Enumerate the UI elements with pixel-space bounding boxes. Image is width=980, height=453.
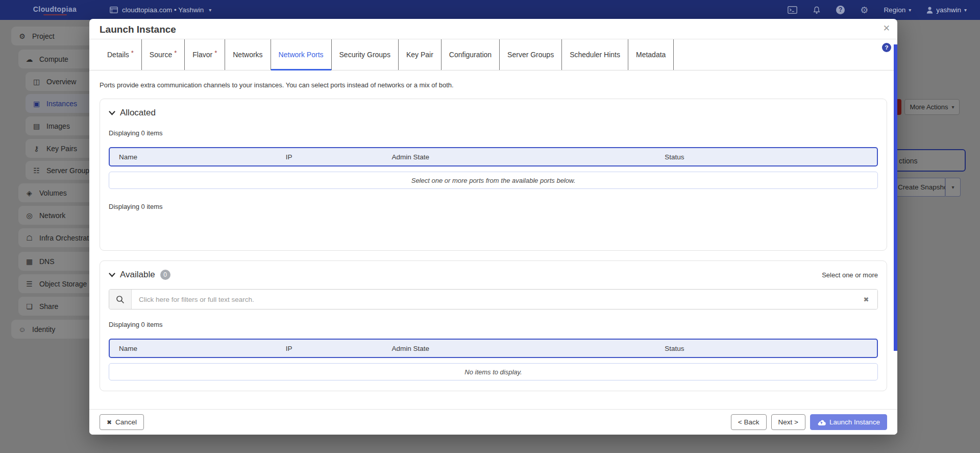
allocated-header[interactable]: Allocated [109,108,878,118]
user-dropdown[interactable]: yashwin ▾ [926,6,967,14]
tab-label: Metadata [636,51,666,59]
tab-flavor[interactable]: Flavor* [185,39,225,70]
tab-label: Details [107,51,129,59]
allocated-panel: Allocated Displaying 0 items Name IP Adm… [100,99,887,251]
modal-body: Ports provide extra communication channe… [89,70,897,409]
chevron-down-icon: ▾ [209,7,211,13]
tab-security-groups[interactable]: Security Groups [332,39,399,70]
breadcrumb[interactable]: cloudtopiaa.com • Yashwin ▾ [110,6,211,14]
column-header-status: Status [665,345,877,352]
gear-icon[interactable]: ⚙ [860,6,868,15]
tab-details[interactable]: Details* [100,39,142,70]
column-header-admin-state: Admin State [392,345,665,352]
tab-label: Flavor [192,51,212,59]
available-panel: Available 0 Select one or more ✖ Display… [100,260,887,391]
clear-search-icon[interactable]: ✖ [855,290,877,309]
close-icon: ✖ [107,419,112,426]
tab-label: Scheduler Hints [570,51,620,59]
column-header-admin-state: Admin State [392,153,665,161]
tab-label: Security Groups [339,51,390,59]
modal-footer: ✖ Cancel < Back Next > Launch Instance [89,409,897,435]
tab-label: Configuration [449,51,492,59]
region-dropdown[interactable]: Region ▾ [884,6,911,14]
tab-server-groups[interactable]: Server Groups [500,39,562,70]
next-button[interactable]: Next > [771,414,805,430]
available-empty-message: No items to display. [109,363,878,380]
cloud-upload-icon [817,419,826,425]
modal-header: Launch Instance ✕ [89,19,897,39]
column-header-name: Name [119,345,286,352]
chevron-down-icon: ▾ [909,7,911,13]
tab-metadata[interactable]: Metadata [628,39,674,70]
column-header-ip: IP [286,153,392,161]
breadcrumb-label: cloudtopiaa.com • Yashwin [122,6,204,14]
brand-name: Cloudtopiaa [33,5,77,13]
search-icon [109,290,132,309]
tab-network-ports[interactable]: Network Ports [271,39,332,70]
search-input[interactable] [132,290,855,309]
tab-label: Networks [233,51,262,59]
modal-title: Launch Instance [100,24,176,35]
filter-searchbar: ✖ [109,289,878,309]
available-header[interactable]: Available 0 Select one or more [109,270,878,280]
available-count-badge: 0 [160,270,170,280]
cancel-button[interactable]: ✖ Cancel [100,414,144,430]
available-table-header: Name IP Admin State Status [109,339,878,358]
wizard-help-icon[interactable]: ? [882,43,891,52]
tab-key-pair[interactable]: Key Pair [399,39,442,70]
chevron-down-icon: ▾ [964,7,967,13]
available-count: Displaying 0 items [109,321,878,328]
launch-instance-modal: Launch Instance ✕ Details* Source* Flavo… [89,19,897,435]
launch-instance-label: Launch Instance [829,418,880,426]
chevron-down-icon [109,111,115,115]
required-asterisk: * [214,49,217,57]
tab-label: Key Pair [406,51,433,59]
select-hint: Select one or more [822,271,878,279]
available-title: Available [120,270,155,280]
brand-logo[interactable]: Cloudtopiaa [0,5,110,15]
tab-networks[interactable]: Networks [225,39,271,70]
chevron-down-icon [109,273,115,277]
allocated-title: Allocated [120,108,156,118]
help-icon[interactable]: ? [836,6,845,14]
required-asterisk: * [174,49,177,57]
allocated-table-header: Name IP Admin State Status [109,147,878,166]
tab-label: Network Ports [279,51,324,59]
column-header-ip: IP [286,345,392,352]
tab-label: Source [150,51,172,59]
launch-instance-button[interactable]: Launch Instance [810,414,887,430]
user-label: yashwin [936,6,961,14]
back-button[interactable]: < Back [731,414,767,430]
console-icon[interactable] [788,6,797,14]
required-asterisk: * [131,49,134,57]
tab-scheduler-hints[interactable]: Scheduler Hints [562,39,628,70]
navbar-actions: ? ⚙ Region ▾ yashwin ▾ [788,6,980,15]
column-header-status: Status [665,153,877,161]
domain-icon [110,7,118,13]
tab-label: Server Groups [507,51,554,59]
brand-tagline-bar [43,14,67,15]
top-navbar: Cloudtopiaa cloudtopiaa.com • Yashwin ▾ … [0,0,980,20]
allocated-count-top: Displaying 0 items [109,129,878,137]
tab-configuration[interactable]: Configuration [442,39,500,70]
allocated-count-bottom: Displaying 0 items [109,203,878,210]
close-icon[interactable]: ✕ [883,23,890,34]
allocated-empty-message: Select one or more ports from the availa… [109,172,878,189]
modal-scrollbar[interactable] [894,44,897,351]
tab-source[interactable]: Source* [142,39,185,70]
user-icon [926,7,933,14]
region-label: Region [884,6,905,14]
column-header-name: Name [119,153,286,161]
cancel-label: Cancel [115,418,137,426]
tab-description: Ports provide extra communication channe… [100,81,887,89]
wizard-nav-buttons: < Back Next > Launch Instance [731,414,887,430]
wizard-tabs: Details* Source* Flavor* Networks Networ… [89,39,897,70]
bell-icon[interactable] [813,6,821,14]
